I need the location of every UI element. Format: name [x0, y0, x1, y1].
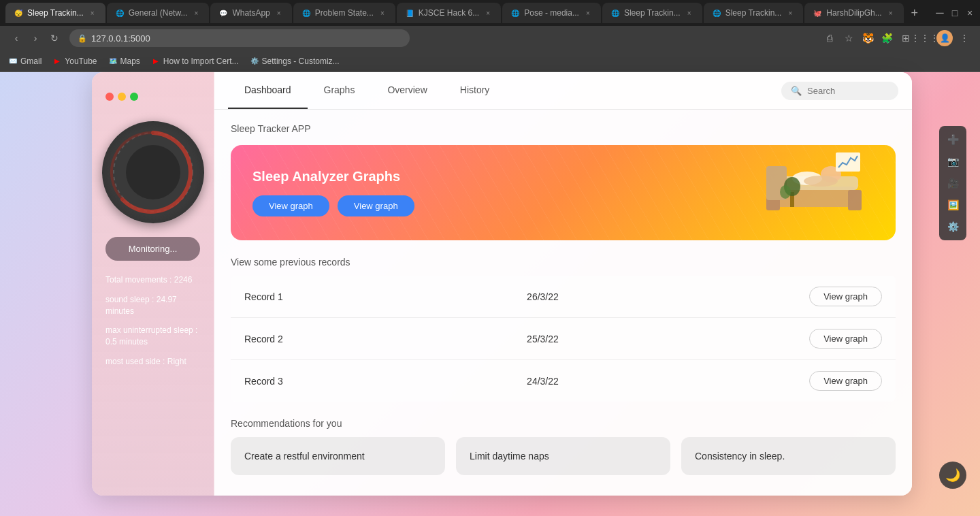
stat-most-used-side: most used side : Right [105, 356, 200, 368]
puzzle-icon[interactable]: 🧩 [879, 31, 894, 46]
rs-camera-icon[interactable]: 📷 [943, 152, 962, 171]
forward-button[interactable]: › [27, 30, 44, 46]
app-title: Sleep Tracker APP [231, 123, 896, 134]
reco-label-2: Limit daytime naps [470, 451, 549, 462]
tab-close-pose[interactable]: × [583, 8, 593, 18]
address-bar[interactable]: 🔒 127.0.0.1:5000 [69, 29, 410, 47]
tab-label-whatsapp: WhatsApp [232, 8, 270, 18]
more-menu-icon[interactable]: ⋮ [957, 31, 972, 46]
bookmarks-bar: ✉️ Gmail ▶ YouTube 🗺️ Maps ▶ How to Impo… [0, 50, 980, 72]
tab-sleep3[interactable]: 🌐 Sleep Trackin... × [704, 3, 804, 23]
tab-kjsce[interactable]: 📘 KJSCE Hack 6... × [397, 3, 501, 23]
record-3-view-btn[interactable]: View graph [809, 371, 882, 391]
tab-general[interactable]: 🌐 General (Netw... × [107, 3, 210, 23]
tab-label-github: HarshDilipGh... [826, 8, 881, 18]
reco-section-title: Recommendations for you [231, 418, 896, 429]
search-input[interactable] [807, 86, 889, 96]
tab-sleep-tracking-active[interactable]: 😴 Sleep Trackin... × [5, 3, 105, 23]
bookmark-gmail-label: Gmail [20, 57, 42, 66]
tab-favicon-problem: 🌐 [301, 8, 311, 18]
sidebar: Monitoring... Total movements : 2246 sou… [92, 72, 214, 496]
circular-gauge [102, 121, 204, 223]
record-1-view-btn[interactable]: View graph [809, 287, 882, 306]
chrome-frame: 😴 Sleep Trackin... × 🌐 General (Netw... … [0, 0, 980, 72]
tab-overview[interactable]: Overview [371, 72, 443, 109]
tab-close-problem[interactable]: × [378, 8, 387, 18]
tab-github[interactable]: 🐙 HarshDilipGh... × [804, 3, 903, 23]
rs-settings-icon[interactable]: ⚙️ [943, 217, 962, 236]
maximize-traffic-light[interactable] [130, 93, 138, 101]
bookmark-youtube[interactable]: ▶ YouTube [52, 57, 97, 66]
close-button[interactable]: × [965, 8, 975, 18]
tab-whatsapp[interactable]: 💬 WhatsApp × [210, 3, 291, 23]
refresh-button[interactable]: ↻ [46, 30, 63, 46]
right-sidebar: ➕ 📷 🎥 🖼️ ⚙️ [939, 126, 966, 240]
tab-favicon-sleep: 😴 [14, 8, 23, 18]
bookmark-maps-label: Maps [120, 57, 140, 66]
record-1-date: 26/3/22 [527, 291, 809, 302]
record-2-view-btn[interactable]: View graph [809, 329, 882, 349]
tab-close-sleep3[interactable]: × [785, 8, 795, 18]
close-traffic-light[interactable] [105, 93, 114, 101]
tab-close-general[interactable]: × [191, 8, 201, 18]
search-box[interactable]: 🔍 [781, 82, 898, 100]
hero-title: Sleep Analyzer Graphs [252, 169, 874, 184]
search-icon: 🔍 [791, 86, 802, 96]
monitoring-button[interactable]: Monitoring... [105, 237, 200, 261]
tab-close-whatsapp[interactable]: × [274, 8, 284, 18]
gauge-svg [109, 128, 197, 216]
tab-sleep2[interactable]: 🌐 Sleep Trackin... × [602, 3, 702, 23]
record-2-date: 25/3/22 [527, 334, 809, 344]
restore-button[interactable]: □ [950, 8, 960, 18]
record-row-2: Record 2 25/3/22 View graph [231, 318, 896, 360]
rs-image-icon[interactable]: 🖼️ [943, 195, 962, 214]
tab-problem[interactable]: 🌐 Problem State... × [293, 3, 395, 23]
tab-label-pose: Pose - media... [524, 8, 579, 18]
toolbar-icons: ⎙ ☆ 🐯 🧩 ⊞ ⋮⋮⋮ 👤 ⋮ [822, 30, 972, 46]
stat-max-uninterrupted: max uninterrupted sleep : 0.5 minutes [105, 325, 200, 348]
rs-add-icon[interactable]: ➕ [943, 130, 962, 149]
window-controls: ─ □ × [935, 8, 975, 18]
youtube-favicon: ▶ [52, 57, 62, 66]
address-bar-row: ‹ › ↻ 🔒 127.0.0.1:5000 ⎙ ☆ 🐯 🧩 ⊞ ⋮⋮⋮ 👤 ⋮ [0, 26, 980, 50]
tab-favicon-kjsce: 📘 [405, 8, 414, 18]
bookmark-gmail[interactable]: ✉️ Gmail [8, 57, 42, 66]
tab-close-sleep2[interactable]: × [685, 8, 694, 18]
view-graph-btn-1[interactable]: View graph [252, 195, 329, 216]
tab-dashboard[interactable]: Dashboard [228, 72, 308, 109]
bookmark-how-to[interactable]: ▶ How to Import Cert... [151, 57, 239, 66]
tab-close-kjsce[interactable]: × [483, 8, 493, 18]
record-row-3: Record 3 24/3/22 View graph [231, 360, 896, 402]
share-icon[interactable]: ⎙ [822, 31, 837, 46]
tab-label-general: General (Netw... [129, 8, 188, 18]
main-content: Dashboard Graphs Overview History 🔍 Slee… [214, 72, 912, 496]
bookmark-settings[interactable]: ⚙️ Settings - Customiz... [250, 57, 340, 66]
tab-favicon-general: 🌐 [115, 8, 125, 18]
tab-graphs[interactable]: Graphs [308, 72, 372, 109]
new-tab-button[interactable]: + [905, 3, 924, 22]
bookmark-maps[interactable]: 🗺️ Maps [108, 57, 140, 66]
tab-close-github[interactable]: × [886, 8, 896, 18]
minimize-traffic-light[interactable] [118, 93, 126, 101]
rs-video-icon[interactable]: 🎥 [943, 174, 962, 193]
tab-pose[interactable]: 🌐 Pose - media... × [502, 3, 601, 23]
grid-icon[interactable]: ⋮⋮⋮ [917, 31, 932, 46]
bookmark-howto-label: How to Import Cert... [163, 57, 239, 66]
user-avatar[interactable]: 👤 [936, 30, 953, 46]
minimize-button[interactable]: ─ [935, 8, 945, 18]
back-button[interactable]: ‹ [8, 30, 24, 46]
hero-banner: Sleep Analyzer Graphs View graph View gr… [231, 145, 896, 240]
tab-close-sleep[interactable]: × [88, 8, 97, 18]
traffic-lights [105, 93, 138, 101]
bookmark-star-icon[interactable]: ☆ [841, 31, 856, 46]
moon-button[interactable]: 🌙 [939, 462, 966, 489]
view-graph-btn-2[interactable]: View graph [338, 195, 414, 216]
tab-label-sleep3: Sleep Trackin... [725, 8, 782, 18]
tab-label-sleep2: Sleep Trackin... [624, 8, 681, 18]
tab-favicon-pose: 🌐 [510, 8, 520, 18]
lock-icon: 🔒 [78, 34, 87, 43]
tab-history[interactable]: History [444, 72, 506, 109]
howto-favicon: ▶ [151, 57, 161, 66]
hero-buttons: View graph View graph [252, 195, 874, 216]
profile-tiger-icon[interactable]: 🐯 [860, 31, 875, 46]
